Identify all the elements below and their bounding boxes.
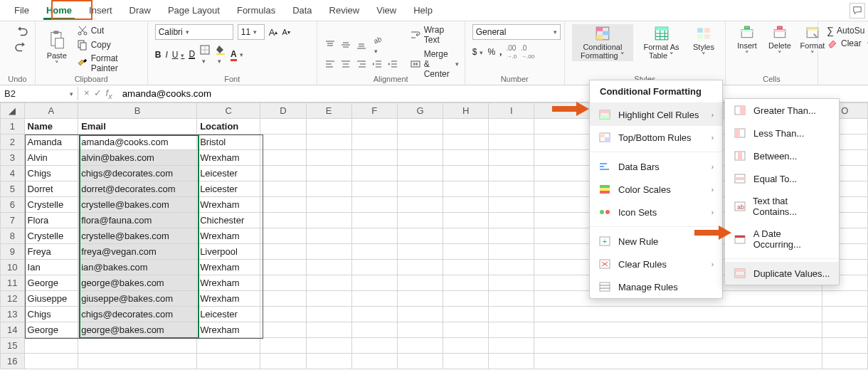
row-header[interactable]: 1: [1, 119, 25, 134]
align-top-icon[interactable]: [324, 39, 336, 51]
tab-file[interactable]: File: [6, 2, 38, 19]
cell[interactable]: Chichester: [197, 213, 260, 228]
currency-button[interactable]: $▾: [472, 47, 484, 57]
format-painter-button[interactable]: Format Painter: [75, 53, 140, 74]
paste-button[interactable]: Paste˅: [43, 28, 71, 70]
decrease-decimal-button[interactable]: .0→.00: [521, 44, 534, 60]
tab-review[interactable]: Review: [321, 2, 369, 19]
menu-item-clear-rules[interactable]: Clear Rules›: [590, 253, 722, 275]
row-header[interactable]: 11: [1, 275, 25, 291]
cell[interactable]: dorret@decorates.com: [78, 181, 197, 197]
col-header-I[interactable]: I: [489, 103, 534, 119]
increase-decimal-button[interactable]: .00→.0: [506, 44, 517, 60]
cell[interactable]: flora@fauna.com: [78, 213, 197, 228]
submenu-duplicate-values[interactable]: Duplicate Values...: [725, 262, 839, 285]
row-header[interactable]: 2: [1, 134, 25, 150]
comments-button[interactable]: [850, 3, 865, 19]
cell[interactable]: Liverpool: [197, 244, 260, 260]
wrap-text-button[interactable]: Wrap Text: [408, 24, 460, 46]
fx-icon[interactable]: fx: [106, 88, 112, 100]
decrease-font-icon[interactable]: A▾: [282, 28, 290, 36]
cell[interactable]: Leicester: [197, 307, 260, 322]
align-left-icon[interactable]: [324, 58, 336, 70]
submenu-greater-than[interactable]: Greater Than...: [725, 99, 839, 122]
cell[interactable]: Amanda: [24, 134, 78, 150]
col-header-D[interactable]: D: [260, 103, 306, 119]
cell[interactable]: Bristol: [197, 134, 260, 150]
cell[interactable]: Ian: [24, 260, 78, 275]
menu-item-top-bottom-rules[interactable]: Top/Bottom Rules›: [590, 126, 722, 149]
cell[interactable]: George: [24, 275, 78, 291]
align-center-icon[interactable]: [340, 58, 351, 70]
submenu-text-contains[interactable]: ab Text that Contains...: [725, 190, 839, 223]
cell[interactable]: Leicester: [197, 166, 260, 181]
col-header-H[interactable]: H: [443, 103, 489, 119]
cell[interactable]: amanda@cooks.com: [78, 134, 197, 150]
submenu-date-occurring[interactable]: A Date Occurring...: [725, 223, 839, 255]
menu-item-data-bars[interactable]: Data Bars›: [590, 155, 722, 178]
cell[interactable]: giuseppe@bakes.com: [78, 291, 197, 307]
cell[interactable]: Email: [78, 119, 197, 134]
cell[interactable]: Wrexham: [197, 275, 260, 291]
font-color-button[interactable]: A▾: [231, 49, 243, 61]
row-header[interactable]: 15: [1, 338, 25, 354]
cell[interactable]: Dorret: [24, 181, 78, 197]
col-header-G[interactable]: G: [397, 103, 443, 119]
cell[interactable]: Chigs: [24, 166, 78, 181]
tab-view[interactable]: View: [368, 2, 405, 19]
name-box[interactable]: B2▾: [0, 87, 78, 100]
row-header[interactable]: 9: [1, 244, 25, 260]
borders-button[interactable]: ▾: [199, 44, 211, 65]
cell[interactable]: Crystelle: [24, 197, 78, 213]
cell[interactable]: Freya: [24, 244, 78, 260]
conditional-formatting-button[interactable]: Conditional Formatting ˅: [572, 24, 633, 61]
clear-button[interactable]: Clear▾: [825, 37, 861, 50]
cell[interactable]: Wrexham: [197, 260, 260, 275]
submenu-equal-to[interactable]: Equal To...: [725, 167, 839, 190]
copy-button[interactable]: Copy: [75, 38, 140, 51]
select-all-corner[interactable]: ◢: [1, 103, 25, 119]
decrease-indent-icon[interactable]: [371, 58, 383, 70]
tab-formulas[interactable]: Formulas: [228, 2, 284, 19]
percent-button[interactable]: %: [487, 47, 495, 57]
comma-style-button[interactable]: ,: [499, 47, 502, 57]
delete-cells-button[interactable]: Delete˅: [766, 24, 794, 60]
col-header-A[interactable]: A: [24, 103, 78, 119]
cell[interactable]: chigs@decorates.com: [78, 307, 197, 322]
cell[interactable]: Chigs: [24, 307, 78, 322]
col-header-E[interactable]: E: [306, 103, 351, 119]
redo-button[interactable]: [7, 40, 36, 56]
menu-item-manage-rules[interactable]: Manage Rules: [590, 275, 722, 298]
cell[interactable]: Flora: [24, 213, 78, 228]
row-header[interactable]: 16: [1, 354, 25, 369]
cell[interactable]: Location: [197, 119, 260, 134]
italic-button[interactable]: I: [165, 50, 167, 60]
font-size-select[interactable]: 11▾: [238, 24, 265, 40]
enter-formula-icon[interactable]: ✓: [94, 88, 102, 100]
cell[interactable]: crystelle@bakes.com: [78, 197, 197, 213]
font-name-select[interactable]: Calibri▾: [155, 24, 233, 40]
row-header[interactable]: 8: [1, 228, 25, 244]
increase-font-icon[interactable]: A▴: [269, 27, 278, 38]
cell[interactable]: george@bakes.com: [78, 322, 197, 338]
cut-button[interactable]: Cut: [75, 24, 140, 37]
cell[interactable]: Wrexham: [197, 322, 260, 338]
cell[interactable]: Giuseppe: [24, 291, 78, 307]
row-header[interactable]: 5: [1, 181, 25, 197]
cell[interactable]: Leicester: [197, 181, 260, 197]
cell[interactable]: Name: [24, 119, 78, 134]
row-header[interactable]: 4: [1, 166, 25, 181]
number-format-select[interactable]: General▾: [472, 24, 561, 40]
menu-item-highlight-cell-rules[interactable]: Highlight Cell Rules›: [590, 103, 722, 126]
col-header-B[interactable]: B: [78, 103, 197, 119]
submenu-less-than[interactable]: Less Than...: [725, 122, 839, 144]
row-header[interactable]: 7: [1, 213, 25, 228]
row-header[interactable]: 10: [1, 260, 25, 275]
tab-draw[interactable]: Draw: [121, 2, 159, 19]
row-header[interactable]: 12: [1, 291, 25, 307]
cancel-formula-icon[interactable]: ×: [84, 88, 90, 100]
tab-help[interactable]: Help: [405, 2, 441, 19]
cell[interactable]: chigs@decorates.com: [78, 166, 197, 181]
cell[interactable]: freya@vegan.com: [78, 244, 197, 260]
col-header-C[interactable]: C: [197, 103, 260, 119]
